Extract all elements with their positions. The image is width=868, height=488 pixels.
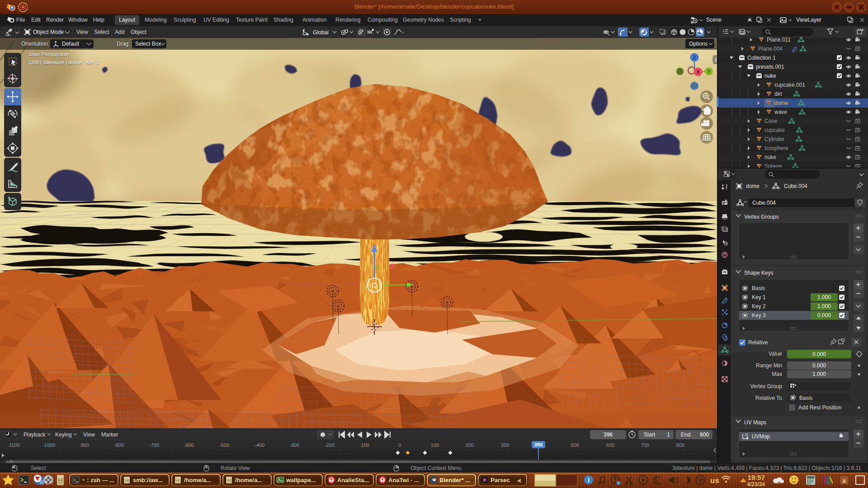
svg-text:End: End [681, 432, 690, 438]
svg-text:1: 1 [667, 432, 670, 438]
svg-text:Vertex Group: Vertex Group [750, 383, 782, 389]
svg-text:1.000: 1.000 [817, 303, 831, 310]
svg-text:Basis: Basis [752, 285, 765, 291]
svg-text:600: 600 [606, 442, 614, 448]
svg-text:-200: -200 [325, 442, 335, 448]
svg-text:Collection 1: Collection 1 [747, 55, 776, 61]
svg-text:Add Rest Position: Add Rest Position [798, 404, 841, 411]
svg-text:Cylinder: Cylinder [764, 136, 784, 142]
svg-text:Marker: Marker [101, 432, 118, 438]
svg-text:Cone: Cone [764, 118, 778, 124]
svg-text:Blender* ...: Blender* ... [439, 477, 470, 483]
svg-text:nuke: nuke [764, 73, 776, 79]
svg-text:-500: -500 [219, 442, 229, 448]
svg-text:smb://aw...: smb://aw... [133, 477, 163, 483]
svg-text:0.000: 0.000 [812, 362, 826, 369]
svg-text:-900: -900 [79, 442, 89, 448]
svg-text:Key 2: Key 2 [752, 303, 766, 310]
svg-text:Plane.011: Plane.011 [767, 37, 791, 43]
svg-text:800: 800 [676, 442, 684, 448]
svg-text:4/23/24: 4/23/24 [747, 481, 765, 488]
svg-text:Icosphere: Icosphere [764, 145, 788, 151]
svg-text:X: X [697, 70, 700, 75]
svg-text:❮: ❮ [713, 447, 717, 453]
svg-text:Cube.004: Cube.004 [752, 200, 776, 206]
svg-text:-400: -400 [255, 442, 264, 448]
svg-text:~ : zsh — ...: ~ : zsh — ... [82, 477, 114, 483]
svg-text:us: us [710, 476, 719, 485]
svg-text:-100: -100 [359, 442, 369, 448]
svg-text:500: 500 [571, 442, 579, 448]
svg-text:0.000: 0.000 [817, 312, 831, 319]
svg-text:AnalieSta...: AnalieSta... [337, 477, 369, 483]
svg-text:1.000: 1.000 [817, 294, 831, 300]
svg-text:-1100: -1100 [7, 442, 19, 448]
svg-text:UVMap: UVMap [752, 433, 770, 440]
svg-text:i: i [588, 477, 590, 483]
svg-text:Start: Start [644, 432, 656, 438]
svg-text:300: 300 [501, 442, 509, 448]
svg-text:Keying: Keying [55, 432, 72, 438]
svg-text:dome: dome [774, 100, 788, 106]
svg-text:Parsec: Parsec [491, 477, 510, 483]
svg-text:Global: Global [313, 29, 329, 36]
svg-text:0: 0 [398, 442, 401, 448]
svg-text:cupcake.001: cupcake.001 [774, 82, 805, 88]
svg-text:nuke: nuke [764, 154, 776, 160]
svg-text:-300: -300 [289, 442, 299, 448]
svg-text:Shape Keys: Shape Keys [744, 270, 774, 276]
svg-text:200: 200 [466, 442, 474, 448]
svg-text:Vertex Groups: Vertex Groups [744, 214, 779, 220]
svg-text:wallpape...: wallpape... [286, 477, 316, 483]
svg-text:Value: Value [769, 351, 782, 357]
svg-text:a: a [843, 477, 846, 484]
svg-text:AnaTwi - ...: AnaTwi - ... [388, 477, 419, 483]
svg-text:0.000: 0.000 [812, 351, 826, 357]
svg-text:presets.001: presets.001 [756, 64, 784, 70]
svg-text:dome: dome [746, 183, 760, 189]
svg-text:396: 396 [604, 432, 613, 438]
svg-text:/home/a...: /home/a... [235, 477, 262, 483]
svg-text:-1000: -1000 [42, 442, 55, 448]
svg-text:wave: wave [774, 109, 787, 115]
svg-text:Relative: Relative [748, 339, 768, 346]
svg-text:-700: -700 [149, 442, 159, 448]
svg-text:-600: -600 [184, 442, 194, 448]
svg-text:Basis: Basis [799, 395, 812, 401]
svg-text:UV Maps: UV Maps [744, 419, 766, 426]
svg-text:/home/a...: /home/a... [184, 477, 211, 483]
svg-text:100: 100 [431, 442, 439, 448]
svg-text:1.000: 1.000 [812, 371, 826, 377]
svg-text:Playback: Playback [24, 432, 46, 438]
svg-text:700: 700 [641, 442, 649, 448]
svg-text:-800: -800 [114, 442, 124, 448]
svg-text:dirt: dirt [774, 91, 782, 97]
svg-text:Key 1: Key 1 [752, 294, 766, 300]
svg-text:Plane.004: Plane.004 [758, 46, 783, 52]
svg-text:Y: Y [708, 69, 711, 74]
svg-text:View: View [83, 432, 95, 438]
svg-text:Cube.004: Cube.004 [784, 183, 807, 189]
svg-text:396: 396 [534, 442, 542, 447]
svg-text:Relative To: Relative To [755, 395, 782, 401]
svg-text:19:57: 19:57 [748, 474, 765, 481]
svg-text:cupcake: cupcake [764, 127, 785, 133]
svg-text:Key 3: Key 3 [752, 312, 766, 319]
svg-text:800: 800 [700, 432, 709, 438]
svg-text:Z: Z [693, 55, 696, 60]
svg-text:Max: Max [772, 371, 782, 377]
svg-text:Range Min: Range Min [756, 362, 782, 369]
